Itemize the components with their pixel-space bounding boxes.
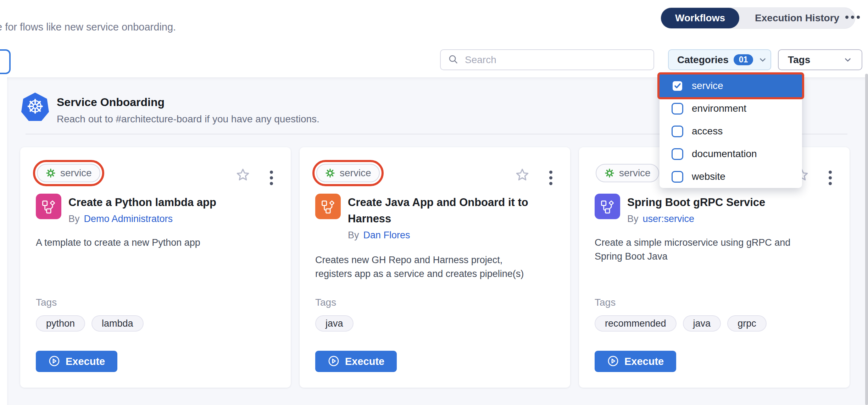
gear-icon — [325, 168, 335, 178]
workflow-template-icon — [595, 194, 620, 219]
play-icon — [48, 355, 60, 368]
execute-label: Execute — [66, 356, 105, 367]
option-label: service — [692, 80, 723, 91]
categories-count-badge: 01 — [734, 54, 753, 65]
execute-label: Execute — [624, 356, 664, 367]
workflow-card: service Create a Python lambda app — [20, 147, 291, 388]
categories-filter-button[interactable]: Categories 01 — [668, 49, 771, 70]
card-description: Create a simple microservice using gRPC … — [595, 236, 811, 263]
tab-execution-history[interactable]: Execution History — [739, 8, 855, 28]
checkbox-unchecked[interactable] — [672, 148, 683, 160]
by-label: By — [68, 213, 80, 224]
tags-label: Tags — [315, 297, 354, 308]
execute-label: Execute — [345, 356, 384, 367]
card-description: A template to create a new Python app — [36, 236, 276, 250]
category-chip-wrap: service — [592, 160, 663, 186]
tags-label: Tags — [36, 297, 144, 308]
workflow-card: service Create Java App and Onboard it t… — [300, 147, 570, 388]
search-icon — [448, 54, 458, 66]
checkbox-unchecked[interactable] — [672, 171, 683, 183]
tag-pill[interactable]: python — [36, 315, 85, 332]
annotation-highlight: service — [33, 160, 104, 186]
execute-button[interactable]: Execute — [595, 351, 676, 372]
owner-link[interactable]: Demo Administrators — [84, 213, 173, 224]
play-icon — [328, 355, 340, 368]
page-subtitle-partial: e for flows like new service onboarding. — [0, 21, 176, 33]
play-icon — [607, 355, 619, 368]
category-chip-label: service — [60, 167, 92, 179]
vertical-scrollbar[interactable] — [865, 74, 868, 405]
option-label: website — [692, 171, 725, 182]
card-title: Create Java App and Onboard it to Harnes… — [348, 194, 556, 227]
tab-workflows[interactable]: Workflows — [661, 8, 739, 28]
search-input[interactable] — [464, 54, 646, 66]
category-chip-label: service — [340, 167, 371, 179]
card-description: Creates new GH Repo and Harness project,… — [315, 253, 539, 281]
card-title: Create a Python lambda app — [68, 194, 216, 211]
tag-pill[interactable]: java — [315, 315, 354, 332]
kebab-menu-icon[interactable] — [548, 169, 554, 187]
checkbox-unchecked[interactable] — [672, 103, 683, 115]
star-icon[interactable] — [514, 168, 530, 184]
tags-filter-label: Tags — [788, 54, 810, 66]
chevron-down-icon — [758, 55, 767, 65]
dropdown-option-service[interactable]: service — [660, 74, 802, 97]
annotation-highlight: service — [312, 160, 384, 186]
by-label: By — [348, 230, 359, 240]
workflow-template-icon — [315, 194, 341, 219]
dropdown-option-documentation[interactable]: documentation — [660, 143, 802, 165]
owner-link[interactable]: user:service — [643, 213, 695, 224]
tag-pill[interactable]: lambda — [91, 315, 144, 332]
search-input-wrap — [440, 49, 654, 70]
category-chip[interactable]: service — [316, 164, 380, 182]
checkbox-unchecked[interactable] — [672, 126, 683, 137]
workflows-page: e for flows like new service onboarding.… — [0, 0, 868, 405]
categories-label: Categories — [677, 54, 729, 66]
workflow-template-icon — [36, 194, 61, 219]
option-label: environment — [692, 103, 746, 114]
execute-button[interactable]: Execute — [36, 351, 117, 372]
owner-link[interactable]: Dan Flores — [363, 230, 410, 240]
gear-icon — [45, 168, 56, 178]
gear-icon — [604, 168, 615, 178]
dropdown-option-access[interactable]: access — [660, 120, 802, 143]
tag-pill[interactable]: grpc — [727, 315, 767, 332]
tag-pill[interactable]: java — [683, 315, 721, 332]
execute-button[interactable]: Execute — [315, 351, 397, 372]
star-icon[interactable] — [235, 168, 251, 184]
more-options-icon[interactable] — [845, 16, 860, 19]
partial-left-button[interactable] — [0, 49, 11, 74]
chevron-down-icon — [843, 55, 852, 65]
category-chip[interactable]: service — [596, 164, 659, 182]
kebab-menu-icon[interactable] — [268, 169, 274, 187]
view-toggle: Workflows Execution History — [661, 7, 855, 29]
by-label: By — [627, 213, 639, 224]
checkbox-checked[interactable] — [672, 80, 683, 92]
tag-pill[interactable]: recommended — [595, 315, 677, 332]
tags-filter-button[interactable]: Tags — [778, 49, 862, 70]
section-subtitle: Reach out to #architecture-board if you … — [57, 113, 319, 125]
option-label: access — [692, 126, 723, 137]
option-label: documentation — [692, 148, 757, 160]
category-chip[interactable]: service — [37, 164, 100, 182]
kebab-menu-icon[interactable] — [827, 169, 833, 187]
category-chip-label: service — [619, 167, 651, 179]
section-title: Service Onboarding — [57, 96, 165, 109]
categories-dropdown: service environment access documentation… — [660, 74, 802, 188]
dropdown-option-website[interactable]: website — [660, 165, 802, 188]
card-title: Spring Boot gRPC Service — [627, 194, 765, 211]
dropdown-option-environment[interactable]: environment — [660, 97, 802, 120]
tags-label: Tags — [595, 297, 767, 308]
